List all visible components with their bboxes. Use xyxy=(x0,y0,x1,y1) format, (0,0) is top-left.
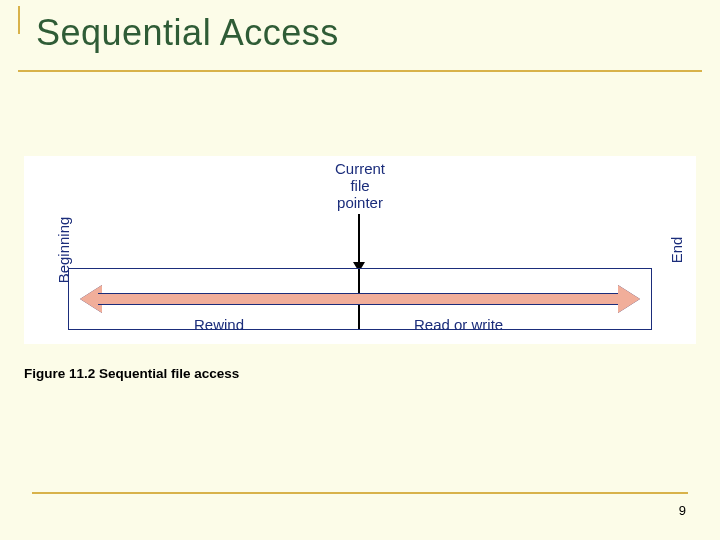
page-number: 9 xyxy=(679,503,686,518)
double-arrow-icon xyxy=(82,292,638,306)
slide-title: Sequential Access xyxy=(36,12,339,54)
title-accent xyxy=(18,6,20,34)
rewind-label: Rewind xyxy=(194,316,244,333)
pointer-arrow-shaft xyxy=(358,214,360,268)
figure-number: Figure 11.2 xyxy=(24,366,95,381)
read-or-write-label: Read or write xyxy=(414,316,503,333)
figure: Beginning End Current file pointer Rewin… xyxy=(24,156,696,344)
figure-caption: Figure 11.2 Sequential file access xyxy=(24,366,239,381)
pointer-label-line3: pointer xyxy=(337,194,383,211)
end-label: End xyxy=(668,237,685,264)
arrow-head-right-icon xyxy=(618,285,640,313)
pointer-label-line1: Current xyxy=(335,160,385,177)
figure-caption-text: Sequential file access xyxy=(99,366,239,381)
pointer-label-line2: file xyxy=(350,177,369,194)
title-bar: Sequential Access xyxy=(18,6,702,72)
arrow-shaft xyxy=(98,293,622,305)
footer-rule xyxy=(32,492,688,494)
current-file-pointer-label: Current file pointer xyxy=(24,160,696,211)
